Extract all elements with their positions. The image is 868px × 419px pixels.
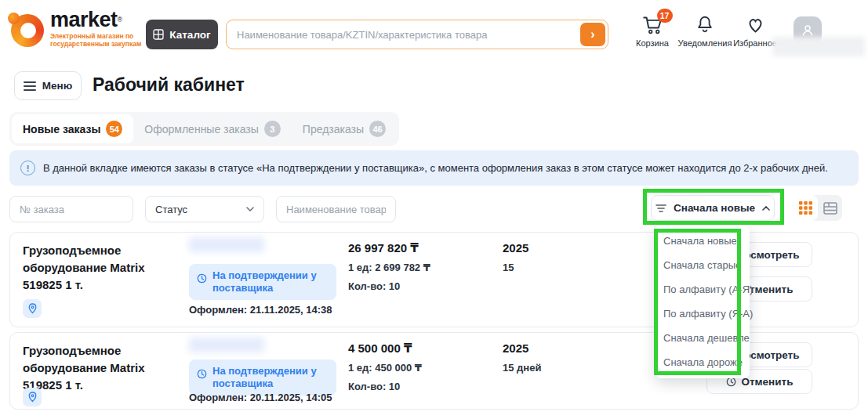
sort-button-label: Сначала новые [674, 202, 755, 214]
order-year: 2025 [503, 241, 528, 255]
supplier-name-blurred [189, 338, 264, 352]
order-days: 15 дней [503, 362, 541, 374]
menu-button[interactable]: Меню [14, 71, 82, 100]
product-name-input[interactable] [276, 196, 396, 222]
order-title[interactable]: Грузоподъемное оборудование Matrix 51982… [23, 342, 183, 394]
order-created: Оформлен: 21.11.2025, 14:38 [189, 304, 332, 316]
info-banner: ! В данной вкладке имеются заказы в стат… [9, 150, 859, 186]
notifications-button[interactable]: Уведомления [674, 14, 735, 48]
search-input[interactable] [229, 29, 580, 41]
heart-icon [745, 14, 766, 35]
chevron-up-icon [762, 206, 770, 211]
logo-reg-mark: ® [118, 16, 123, 23]
tab-preorders[interactable]: Предзаказы 46 [292, 114, 397, 143]
order-quantity: Кол-во: 10 [348, 381, 400, 392]
search-bar: › [226, 20, 608, 49]
cart-label: Корзина [636, 38, 669, 48]
list-view-icon [823, 202, 837, 215]
order-total-price: 26 997 820 ₸ [348, 241, 419, 255]
logo-mark-icon [8, 11, 44, 47]
clock-icon [197, 273, 207, 284]
sort-option-newest[interactable]: Сначала новые [656, 229, 750, 253]
search-submit-button[interactable]: › [580, 23, 605, 46]
logo-tagline-line1: Электронный магазин по [50, 32, 141, 40]
grid-view-button[interactable] [794, 195, 818, 221]
info-banner-text: В данной вкладке имеются заказы в статус… [43, 162, 828, 174]
cart-badge: 17 [657, 9, 673, 23]
sort-option-oldest[interactable]: Сначала старые [656, 253, 750, 277]
person-icon [801, 23, 815, 38]
sort-option-alpha-az[interactable]: По алфавиту (А-Я) [656, 277, 750, 302]
profile-name-blurred [772, 37, 865, 56]
tab-processed-orders-badge: 3 [264, 121, 281, 137]
grid-icon [153, 29, 164, 40]
page-title: Рабочий кабинет [93, 74, 245, 96]
sort-option-alpha-za[interactable]: По алфавиту (Я-А) [656, 302, 750, 326]
chevron-down-icon [246, 207, 254, 211]
logo-tagline-line2: государственным закупкам [50, 40, 141, 48]
order-status-badge: На подтверждении у поставщика [189, 359, 336, 396]
supplier-name-blurred [189, 237, 264, 252]
notifications-label: Уведомления [678, 38, 732, 48]
hamburger-icon [24, 81, 36, 91]
order-created: Оформлен: 20.11.2025, 14:05 [189, 392, 332, 403]
sort-option-most-expensive[interactable]: Сначала дороже [656, 350, 750, 374]
list-view-button[interactable] [818, 195, 842, 221]
order-number-input[interactable] [9, 196, 133, 222]
sort-option-cheapest[interactable]: Сначала дешевле [656, 326, 750, 350]
status-select-value: Статус [155, 204, 187, 215]
order-tabs: Новые заказы 54 Оформленные заказы 3 Пре… [9, 112, 399, 146]
sort-dropdown-menu: Сначала новые Сначала старые По алфавиту… [656, 225, 750, 378]
sort-button[interactable]: Сначала новые [651, 195, 775, 221]
bell-icon [695, 14, 715, 35]
order-unit-price: 1 ед: 2 699 782 ₸ [348, 262, 430, 273]
tab-new-orders-badge: 54 [106, 121, 122, 137]
tab-preorders-badge: 46 [369, 121, 386, 137]
cart-button[interactable]: 17 Корзина [627, 14, 677, 48]
menu-button-label: Меню [42, 80, 72, 92]
view-toggle [794, 195, 842, 221]
tab-new-orders[interactable]: Новые заказы 54 [12, 114, 133, 143]
catalog-button-label: Каталог [169, 29, 210, 41]
status-select[interactable]: Статус [145, 196, 264, 222]
sort-filter-icon [656, 204, 666, 213]
catalog-button[interactable]: Каталог [146, 20, 218, 49]
order-total-price: 4 500 000 ₸ [348, 341, 412, 356]
logo-name: market [50, 8, 118, 31]
order-status-badge: На подтверждении у поставщика [189, 264, 336, 300]
order-days: 15 [503, 262, 514, 273]
order-unit-price: 1 ед: 450 000 ₸ [348, 362, 422, 374]
order-status-text: На подтверждении у поставщика [212, 365, 329, 390]
tab-processed-orders[interactable]: Оформленные заказы 3 [133, 114, 292, 143]
order-quantity: Кол-во: 10 [348, 280, 400, 292]
location-pin-icon[interactable] [23, 388, 42, 406]
favorites-label: Избранное [733, 38, 777, 48]
clock-icon [197, 369, 207, 379]
order-status-text: На подтверждении у поставщика [212, 269, 329, 294]
order-title[interactable]: Грузоподъемное оборудование Matrix 51982… [23, 242, 183, 294]
order-year: 2025 [503, 341, 528, 355]
info-icon: ! [20, 161, 35, 175]
location-pin-icon[interactable] [23, 299, 42, 318]
logo[interactable]: market® Электронный магазин по государст… [8, 9, 141, 48]
grid-view-icon [799, 201, 812, 215]
